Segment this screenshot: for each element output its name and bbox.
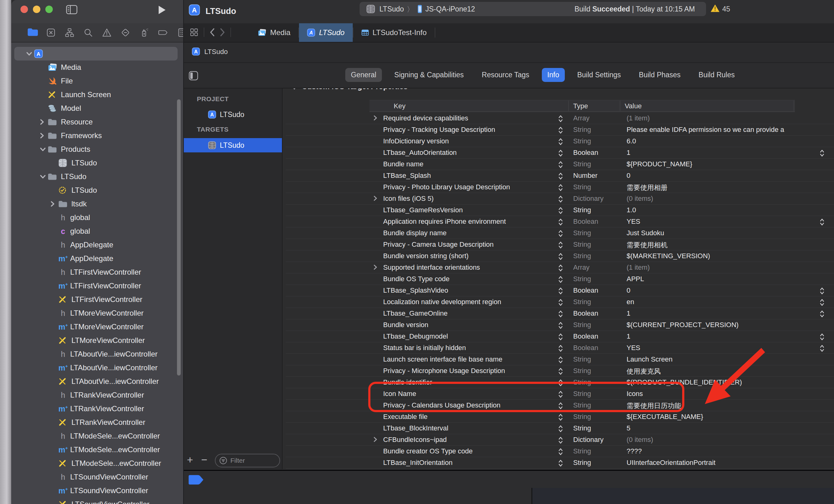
property-key[interactable]: InfoDictionary version: [383, 137, 449, 145]
sidebar-item-ltsudo[interactable]: LTSudo: [11, 183, 184, 197]
chevron-down-icon[interactable]: [40, 175, 48, 179]
property-type[interactable]: Boolean: [573, 333, 598, 340]
property-row[interactable]: CFBundleIcons~ipadDictionary(0 items): [286, 434, 834, 446]
add-property-button[interactable]: +: [187, 454, 193, 466]
property-value[interactable]: YES: [627, 344, 794, 352]
property-type[interactable]: String: [573, 126, 591, 134]
sidebar-item-ltrankviewcontroller[interactable]: m+LTRankViewController: [11, 402, 184, 416]
sidebar-item-ltsoundviewcontroller[interactable]: hLTSoundViewController: [11, 470, 184, 484]
property-key[interactable]: Bundle display name: [383, 229, 446, 237]
chevron-down-icon[interactable]: [40, 147, 48, 152]
scheme-selector[interactable]: LTSudo 〉 JS-QA-iPone12 Build Succeeded |…: [359, 2, 706, 16]
key-stepper-icon[interactable]: [558, 333, 563, 341]
property-type[interactable]: String: [573, 367, 591, 375]
sidebar-item-launch-screen[interactable]: Launch Screen: [11, 88, 184, 101]
back-icon[interactable]: [209, 28, 215, 37]
property-type[interactable]: Array: [573, 114, 590, 122]
sidebar-item-global[interactable]: cglobal: [11, 224, 184, 238]
property-value[interactable]: 使用麦克风: [627, 367, 794, 376]
property-key[interactable]: Bundle version string (short): [383, 252, 468, 260]
property-value[interactable]: $(MARKETING_VERSION): [627, 252, 794, 260]
find-navigator-icon[interactable]: [83, 28, 93, 38]
property-value[interactable]: 1: [627, 333, 794, 340]
scheme-name[interactable]: LTSudo: [379, 5, 404, 13]
source-control-navigator-icon[interactable]: [46, 28, 56, 38]
value-stepper-icon[interactable]: [820, 287, 825, 295]
editor-tab-media[interactable]: Media: [250, 23, 299, 42]
property-row[interactable]: Supported interface orientationsArray(1 …: [286, 261, 834, 273]
property-key[interactable]: CFBundleIcons~ipad: [383, 436, 447, 444]
property-key[interactable]: LTbase_AutoOrientation: [383, 148, 457, 157]
property-value[interactable]: (1 item): [627, 264, 794, 272]
property-type[interactable]: String: [573, 321, 591, 329]
property-value[interactable]: ${EXECUTABLE_NAME}: [627, 413, 794, 421]
property-key[interactable]: LTbase_Debugmodel: [383, 333, 448, 340]
property-row[interactable]: LTbase_GameOnlineBoolean1: [286, 307, 834, 319]
value-stepper-icon[interactable]: [820, 298, 825, 306]
key-stepper-icon[interactable]: [558, 356, 563, 364]
property-type[interactable]: String: [573, 252, 591, 260]
property-key[interactable]: Launch screen interface file base name: [383, 356, 502, 363]
value-stepper-icon[interactable]: [820, 218, 825, 226]
key-stepper-icon[interactable]: [558, 218, 563, 226]
property-row[interactable]: Privacy - Microphone Usage DescriptionSt…: [286, 365, 834, 377]
column-header-value[interactable]: Value: [625, 102, 642, 110]
disclosure-icon[interactable]: [373, 437, 377, 442]
sidebar-item-ltsudo[interactable]: LTSudo: [11, 170, 184, 183]
key-stepper-icon[interactable]: [558, 160, 563, 169]
property-row[interactable]: LTbase_AutoOrientationBoolean1: [286, 147, 834, 159]
property-row[interactable]: LTbase_GameResVersionString1.0: [286, 204, 834, 216]
property-row[interactable]: LTbase_DebugmodelBoolean1: [286, 330, 834, 342]
sidebar-item-ltsoundviewcontroller[interactable]: LTSoundViewController: [11, 498, 184, 504]
property-value[interactable]: 1: [627, 148, 794, 157]
property-key[interactable]: Bundle OS Type code: [383, 275, 449, 283]
config-tab-resource-tags[interactable]: Resource Tags: [476, 68, 535, 82]
property-key[interactable]: LTBase_InitOrientation: [383, 459, 453, 467]
sidebar-item-frameworks[interactable]: Frameworks: [11, 129, 184, 142]
property-key[interactable]: Status bar is initially hidden: [383, 344, 466, 352]
config-tab-general[interactable]: General: [345, 68, 382, 82]
property-key[interactable]: Bundle name: [383, 160, 423, 168]
sidebar-item-ltsudo[interactable]: LTSudo: [11, 156, 184, 170]
sidebar-item-ltaboutvie-iewcontroller[interactable]: LTAboutVie...iewController: [11, 374, 184, 388]
disclosure-icon[interactable]: [373, 265, 377, 270]
property-row[interactable]: InfoDictionary versionString6.0: [286, 135, 834, 147]
property-key[interactable]: Required device capabilities: [383, 114, 468, 122]
property-row[interactable]: LTbase_BlockIntervalString5: [286, 422, 834, 434]
property-row[interactable]: Bundle OS Type codeStringAPPL: [286, 273, 834, 285]
property-type[interactable]: Number: [573, 171, 597, 180]
property-key[interactable]: Localization native development region: [383, 298, 501, 306]
property-key[interactable]: LTbase_BlockInterval: [383, 424, 448, 432]
minimize-button[interactable]: [33, 6, 40, 13]
column-header-type[interactable]: Type: [573, 102, 588, 110]
property-row[interactable]: LTBase_SplashIntervalString0: [286, 468, 834, 469]
property-value[interactable]: 1.0: [627, 206, 794, 214]
key-stepper-icon[interactable]: [558, 436, 563, 444]
sidebar-item-ltmodesele-ewcontroller[interactable]: LTModeSele...ewController: [11, 457, 184, 470]
disclosure-icon[interactable]: [373, 115, 377, 121]
property-row[interactable]: Privacy - Photo Library Usage Descriptio…: [286, 181, 834, 193]
property-value[interactable]: Please enable IDFA permission so we can …: [627, 126, 794, 134]
key-stepper-icon[interactable]: [558, 413, 563, 421]
config-tab-info[interactable]: Info: [542, 68, 565, 82]
sidebar-scrollbar[interactable]: [177, 99, 181, 375]
property-value[interactable]: 需要使用相机: [627, 240, 794, 250]
value-stepper-icon[interactable]: [820, 333, 825, 341]
property-value[interactable]: APPL: [627, 275, 794, 283]
property-type[interactable]: Array: [573, 264, 590, 272]
toggle-sidebar-icon[interactable]: [66, 5, 78, 15]
key-stepper-icon[interactable]: [558, 241, 563, 249]
property-value[interactable]: ????: [627, 447, 794, 455]
sidebar-item-ltmoreviewcontroller[interactable]: LTMoreViewController: [11, 334, 184, 347]
editor-tab-ltsudo[interactable]: ALTSudo: [299, 23, 352, 42]
config-tab-build-rules[interactable]: Build Rules: [693, 68, 740, 82]
property-type[interactable]: String: [573, 183, 591, 191]
property-type[interactable]: Dictionary: [573, 436, 603, 444]
run-destination[interactable]: JS-QA-iPone12: [425, 5, 475, 13]
sidebar-item-ltaboutvie-iewcontroller[interactable]: m+LTAboutVie...iewController: [11, 361, 184, 374]
property-row[interactable]: Bundle version string (short)String$(MAR…: [286, 250, 834, 262]
key-stepper-icon[interactable]: [558, 367, 563, 375]
property-value[interactable]: Just Sudoku: [627, 229, 794, 237]
navigator-divider[interactable]: [183, 0, 184, 504]
value-stepper-icon[interactable]: [820, 149, 825, 157]
